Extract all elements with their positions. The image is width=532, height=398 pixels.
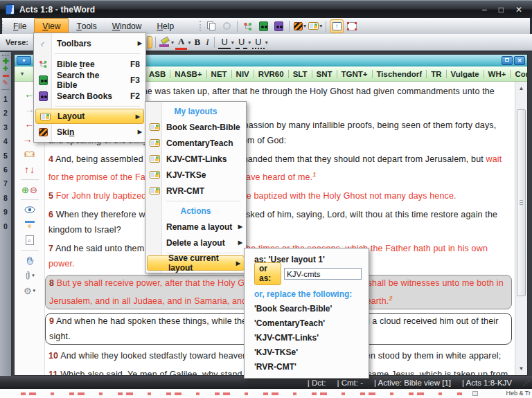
tab-separator bbox=[372, 70, 373, 78]
bible-tab-asb[interactable]: ASB bbox=[147, 70, 168, 78]
underline-button[interactable]: U▾ bbox=[218, 35, 233, 49]
layout-button[interactable]: ▾ bbox=[308, 19, 322, 33]
replace-item-book-search-bible[interactable]: 'Book Search-Bible' bbox=[245, 301, 369, 316]
copy-button[interactable] bbox=[204, 19, 218, 33]
verse-4[interactable]: 4 And, being assembled together with the… bbox=[48, 152, 511, 185]
edit-bookmark-icon[interactable]: ✎ bbox=[3, 79, 8, 87]
zoom-buttons[interactable]: ⊕⊖ bbox=[15, 182, 44, 197]
bible-tab-tgnt+[interactable]: TGNT+ bbox=[339, 70, 370, 78]
menu-item-save-or-as[interactable]: or as: bbox=[245, 266, 369, 281]
menu-view[interactable]: View bbox=[34, 18, 69, 34]
layout-item-comentaryteach[interactable]: ComentaryTeach bbox=[145, 135, 246, 151]
layout-item-rvr-cmt[interactable]: RVR-CMT bbox=[145, 183, 246, 199]
bookmark-9[interactable]: 9 bbox=[3, 205, 8, 219]
bookmark-3[interactable]: 3 bbox=[3, 120, 8, 134]
bible-tab-niv[interactable]: NIV bbox=[234, 70, 251, 78]
bookmark-1[interactable]: 1 bbox=[3, 92, 8, 106]
layout-item-kjv-cmt-links[interactable]: KJV-CMT-Links bbox=[145, 151, 246, 167]
bible-tab-nasb+[interactable]: NASB+ bbox=[172, 70, 204, 78]
bible-tab-tischendorf[interactable]: Tischendorf bbox=[375, 70, 425, 78]
bible-view-restore-button[interactable] bbox=[502, 56, 513, 65]
replace-item-kjv-tkse[interactable]: 'KJV-TKSe' bbox=[245, 345, 369, 359]
menu-help[interactable]: Help bbox=[149, 18, 181, 34]
toolbar-separator bbox=[214, 37, 215, 48]
verse-reference-box-edge[interactable] bbox=[148, 36, 152, 48]
bookmark-0[interactable]: 0 bbox=[3, 219, 8, 233]
remove-bookmark-icon[interactable] bbox=[3, 75, 9, 77]
scroll-up-button[interactable]: ▲ bbox=[516, 83, 526, 93]
replace-item-kjv-cmt-links[interactable]: 'KJV-CMT-Links' bbox=[245, 330, 369, 345]
menu-item-search-books[interactable]: Search Books F2 bbox=[34, 88, 145, 104]
menu-item-save-current-layout[interactable]: Save current layout ▶ bbox=[147, 255, 245, 271]
maximize-button[interactable]: □ bbox=[499, 5, 504, 15]
highlight-options-button[interactable]: ✳ bbox=[15, 217, 44, 233]
bible-tab-vulgate[interactable]: Vulgate bbox=[449, 70, 481, 78]
replace-item-rvr-cmt[interactable]: 'RVR-CMT' bbox=[245, 359, 369, 374]
italic-button[interactable]: I bbox=[203, 36, 211, 48]
minimize-button[interactable]: – bbox=[482, 5, 487, 15]
verse-6[interactable]: 6 When they therefore were come together… bbox=[48, 207, 511, 237]
verse-5[interactable]: 5 For John truly baptized with water; bu… bbox=[48, 188, 511, 203]
clipboard-attach-button[interactable]: ▾ bbox=[15, 268, 44, 283]
vertical-scrollbar[interactable]: ▲ ▼ bbox=[515, 82, 527, 375]
bookmark-5[interactable]: 5 bbox=[3, 149, 8, 163]
footnote-marker[interactable]: 1 bbox=[312, 171, 316, 178]
underline-dashed-button[interactable]: U▾ bbox=[236, 35, 251, 49]
pan-mode-button[interactable] bbox=[15, 253, 44, 268]
menu-item-search-bible[interactable]: Search the Bible F3 bbox=[34, 72, 145, 88]
layout-item-book-search-bible[interactable]: Book Search-Bible bbox=[145, 119, 246, 135]
verse-up-down-buttons[interactable]: ↑↓ bbox=[15, 162, 44, 177]
bible-tab-tr[interactable]: TR bbox=[429, 70, 443, 78]
bible-tab-snt[interactable]: SNT bbox=[314, 70, 335, 78]
add-all-bookmarks-icon[interactable]: ✚ bbox=[3, 65, 8, 72]
menu-window[interactable]: Window bbox=[105, 18, 150, 34]
bible-view-close-button[interactable]: ✕ bbox=[514, 56, 525, 65]
paste-button[interactable] bbox=[220, 19, 233, 33]
bookmark-7[interactable]: 7 bbox=[3, 177, 8, 190]
menu-item-layout[interactable]: Layout ▶ bbox=[35, 109, 144, 124]
replace-item-comentaryteach[interactable]: 'ComentaryTeach' bbox=[245, 316, 369, 330]
chevron-down-icon[interactable]: ▾ bbox=[21, 71, 24, 77]
menu-item-delete-layout[interactable]: Delete a layout ▶ bbox=[145, 235, 246, 251]
bible-tab-rvr60[interactable]: RVR60 bbox=[256, 70, 286, 78]
tab-compare[interactable]: Compare▾ bbox=[513, 70, 527, 78]
scroll-down-button[interactable]: ▼ bbox=[516, 363, 526, 374]
view-options-button[interactable] bbox=[15, 202, 44, 217]
layout-name-input[interactable] bbox=[284, 268, 362, 280]
close-button[interactable]: ✕ bbox=[515, 5, 522, 15]
panel-up-icon: ↑ bbox=[332, 22, 342, 30]
add-bookmark-icon[interactable]: ✚ bbox=[2, 57, 8, 65]
bookmark-4[interactable]: 4 bbox=[3, 134, 8, 148]
bold-button[interactable]: B bbox=[191, 36, 203, 48]
layout-item-kjv-tkse[interactable]: KJV-TKSe bbox=[145, 167, 246, 183]
font-color-button[interactable]: A▾ bbox=[175, 35, 190, 49]
bible-tab-slt[interactable]: SLT bbox=[291, 70, 310, 78]
footnote-marker[interactable]: 2 bbox=[389, 295, 392, 302]
menu-tools[interactable]: Tools bbox=[69, 18, 104, 34]
parallel-books-button[interactable] bbox=[15, 147, 44, 162]
bible-tab-net[interactable]: NET bbox=[209, 70, 229, 78]
chevron-down-icon: ▾ bbox=[33, 288, 36, 293]
search-bible-button[interactable] bbox=[256, 19, 270, 33]
skin-button[interactable]: ▾ bbox=[293, 19, 307, 33]
bookmark-8[interactable]: 8 bbox=[3, 191, 8, 205]
bookmark-6[interactable]: 6 bbox=[3, 163, 8, 177]
print-preview-button[interactable]: ⌕ bbox=[15, 233, 44, 248]
search-books-button[interactable] bbox=[272, 19, 285, 33]
settings-button[interactable]: ⚙▾ bbox=[15, 283, 44, 298]
menu-item-skin[interactable]: Skin ▶ bbox=[34, 124, 145, 140]
theword-application-window: Acts 1:8 - theWord – □ ✕ File View Tools… bbox=[0, 0, 532, 398]
menu-item-rename-layout[interactable]: Rename a layout ▶ bbox=[145, 219, 246, 235]
scrollbar-thumb[interactable] bbox=[517, 109, 526, 296]
bible-view-menu-button[interactable]: ▼ bbox=[17, 56, 31, 65]
bookmark-2[interactable]: 2 bbox=[3, 106, 8, 120]
bible-tab-wh+[interactable]: WH+ bbox=[486, 70, 508, 78]
highlighter-button[interactable]: ▾ bbox=[159, 35, 174, 49]
toggle-panels-button[interactable]: ↑ bbox=[330, 19, 344, 33]
menu-item-toolbars[interactable]: ⌐ Toolbars ▶ bbox=[34, 35, 145, 51]
menu-file[interactable]: File bbox=[6, 18, 34, 34]
underline-dotted-button[interactable]: U▾ bbox=[252, 35, 267, 49]
bible-tree-button[interactable] bbox=[241, 19, 255, 33]
resize-grip[interactable]: ⋰ bbox=[523, 379, 530, 386]
fullscreen-button[interactable] bbox=[345, 19, 359, 33]
